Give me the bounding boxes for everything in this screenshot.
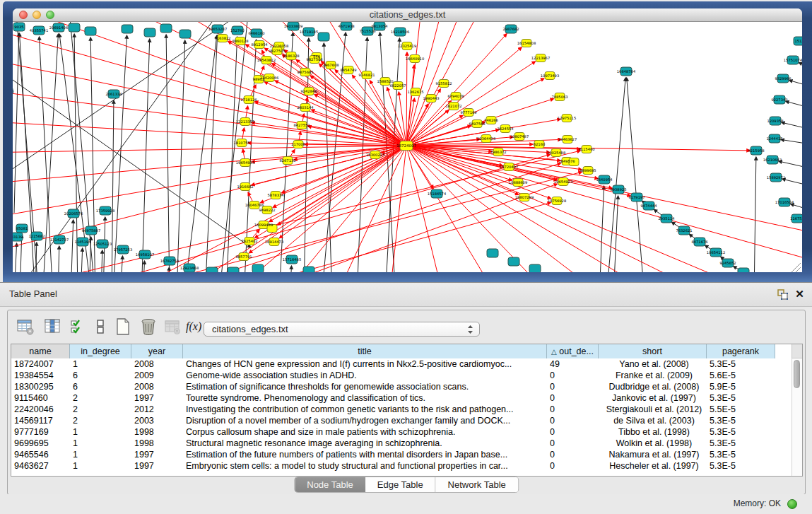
graph-node[interactable]: [738, 268, 749, 272]
node-label: 18724007: [396, 144, 416, 148]
node-label: 10807487: [510, 134, 529, 139]
tab-node-table[interactable]: Node Table: [295, 477, 365, 492]
node-label: 15892971: [767, 175, 785, 180]
cell-title: Genome-wide association studies in ADHD.: [183, 370, 547, 381]
edge: [113, 35, 127, 272]
table-row[interactable]: 946554611997Estimation of the future num…: [11, 449, 775, 460]
tab-network-table[interactable]: Network Table: [435, 477, 518, 492]
graph-node[interactable]: [252, 264, 264, 272]
graph-node[interactable]: [180, 30, 191, 38]
table-row[interactable]: 969969511998Structural magnetic resonanc…: [11, 438, 775, 449]
table-row[interactable]: 946362711997Embryonic stem cells: a mode…: [11, 460, 775, 472]
graph-node[interactable]: [160, 24, 172, 33]
table-row[interactable]: 911546021997Tourette syndrome. Phenomeno…: [11, 392, 775, 404]
resize-grip-icon[interactable]: [796, 267, 801, 272]
column-header-short[interactable]: short: [599, 344, 707, 358]
sort-ascending-icon: △: [551, 348, 557, 356]
edge: [141, 39, 150, 272]
table-row[interactable]: 1938455462009Genome-wide association stu…: [11, 370, 775, 381]
table-selector-dropdown[interactable]: citations_edges.txt: [204, 322, 480, 337]
cell-short: Franke et al. (2009): [599, 370, 707, 381]
table-row[interactable]: 2242004622012Investigating the contribut…: [11, 404, 775, 415]
memory-status-indicator[interactable]: [787, 499, 797, 509]
edge: [81, 248, 83, 272]
node-label: 7986372: [490, 150, 506, 154]
edge: [58, 246, 59, 272]
import-table-icon[interactable]: [163, 317, 182, 336]
scrollbar-thumb[interactable]: [794, 360, 800, 388]
edge: [74, 34, 78, 272]
cell-short: Jankovic et al. (1997): [599, 392, 707, 404]
float-panel-icon[interactable]: [777, 289, 789, 300]
graph-node[interactable]: [318, 33, 329, 41]
dropdown-arrows-icon: [467, 325, 473, 334]
minimize-window-button[interactable]: [33, 11, 41, 19]
column-header-year[interactable]: year: [131, 344, 183, 358]
node-label: 9035: [14, 25, 23, 29]
node-label: 1244415: [766, 136, 782, 141]
table-row[interactable]: 1872400712008Changes of HCN gene express…: [11, 358, 775, 370]
graph-node[interactable]: [529, 264, 541, 272]
new-document-icon[interactable]: [114, 317, 132, 336]
edge: [599, 186, 604, 272]
network-canvas[interactable]: 9035403557412069140610653287152760646616…: [13, 22, 802, 272]
graph-node[interactable]: [303, 267, 314, 272]
column-select-icon[interactable]: [43, 317, 61, 336]
cell-out_de: 0: [547, 438, 599, 449]
node-label: 1145194: [74, 240, 91, 244]
graph-node[interactable]: [508, 257, 519, 266]
node-label: 7515526: [359, 29, 375, 33]
graph-node[interactable]: [206, 267, 218, 272]
node-label: 1362615: [407, 90, 423, 94]
cell-out_de: 0: [547, 392, 599, 404]
column-header-title[interactable]: title: [183, 344, 547, 358]
node-label: 1990443: [423, 96, 439, 100]
graph-node[interactable]: [144, 28, 155, 37]
graph-node[interactable]: [122, 25, 133, 33]
column-header-in_degree[interactable]: in_degree: [70, 344, 131, 358]
graph-node[interactable]: [228, 267, 239, 272]
resize-grip-icon[interactable]: [792, 263, 801, 272]
graph-node[interactable]: [85, 27, 96, 35]
node-label: 98902: [253, 77, 265, 81]
table-row[interactable]: 1456911722003Disruption of a novel membe…: [11, 415, 775, 426]
node-label: 10756928: [548, 199, 566, 203]
table-toolbar: f(x) citations_edges.txt: [8, 314, 805, 339]
delete-trash-icon[interactable]: [139, 317, 158, 336]
table-settings-icon[interactable]: [16, 317, 35, 336]
network-graph[interactable]: 9035403557412069140610653287152760646616…: [13, 22, 802, 272]
vertical-scrollbar[interactable]: [792, 358, 802, 476]
cell-short: de Silva et al. (2003): [599, 415, 707, 426]
column-header-name[interactable]: name: [11, 344, 70, 358]
table-row[interactable]: 977716911998Corpus callosum shape and si…: [11, 426, 775, 438]
cell-name: 9465546: [11, 449, 70, 460]
node-label: 9474444: [640, 204, 657, 208]
edge: [13, 25, 406, 146]
node-label: 9227343: [771, 98, 787, 102]
node-label: 8427552: [293, 123, 310, 127]
zoom-window-button[interactable]: [46, 11, 54, 19]
node-label: 9242848: [300, 89, 317, 93]
cell-year: 1997: [131, 460, 183, 472]
column-header-pagerank[interactable]: pagerank: [707, 344, 775, 358]
cell-short: Tibbo et al. (1998): [599, 426, 707, 438]
graph-node[interactable]: [487, 249, 498, 257]
status-bar: Memory: OK: [0, 494, 812, 514]
node-label: 10653287: [208, 27, 227, 31]
close-panel-icon[interactable]: ✕: [794, 288, 805, 299]
node-label: 25300215: [366, 153, 384, 157]
node-label: 13142737: [50, 238, 69, 242]
node-label: 17957253: [114, 247, 132, 252]
node-label: 10973493: [541, 74, 559, 78]
window-titlebar[interactable]: citations_edges.txt: [13, 8, 802, 22]
node-label: 9827505: [269, 49, 285, 53]
column-header-out_de[interactable]: △ out_de...: [547, 344, 599, 358]
node-label: 15720407: [500, 165, 518, 169]
tab-edge-table[interactable]: Edge Table: [365, 477, 435, 492]
node-label: 8912954: [251, 42, 268, 47]
rows-icon[interactable]: [91, 317, 110, 336]
table-row[interactable]: 1830029562008Estimation of significance …: [11, 381, 775, 392]
close-window-button[interactable]: [19, 11, 28, 19]
row-check-icon[interactable]: [69, 317, 87, 336]
graph-node[interactable]: [69, 23, 80, 32]
